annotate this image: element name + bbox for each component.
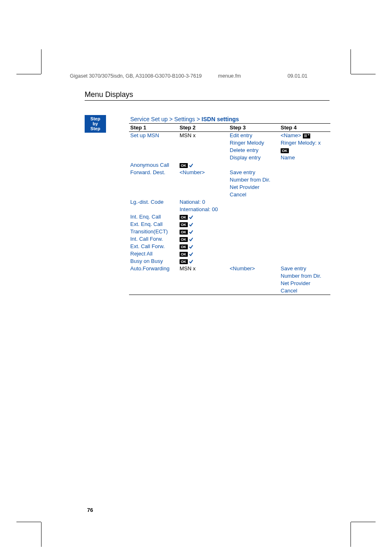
check-icon [189,259,193,264]
cell: Busy on Busy [129,258,178,265]
cell: Save entry [228,169,279,176]
ok-icon: OK [180,215,188,220]
cell: OK [178,221,228,228]
cell: Save entry [279,265,330,272]
step-tab-line3: Step [85,126,106,131]
cell: Net Provider [279,280,330,287]
table-row: Forward. Dest. <Number> Save entry [129,169,330,176]
cell: Ext. Enq. Call [129,221,178,228]
cell: Int. Enq. Call [129,213,178,221]
cell: Transition(ECT) [129,228,178,235]
cell: International: 00 [178,206,228,213]
check-icon [189,215,193,220]
phonebook-icon [303,134,310,138]
cell: Name [279,154,330,161]
table-row: Ringer Melody Ringer Melody: x [129,139,330,147]
table-row: Net Provider [129,184,330,191]
cell: OK [279,147,330,154]
cell: <Name> [279,131,330,139]
col-step2: Step 2 [178,123,228,131]
cell: Reject All [129,250,178,258]
check-icon [189,230,193,235]
crop-mark [350,49,351,74]
date: 09.01.01 [288,73,308,79]
ok-icon: OK [180,163,188,168]
ok-icon: OK [180,244,188,249]
breadcrumb-sep: > [197,116,200,122]
cell: Forward. Dest. [129,169,178,176]
ok-icon: OK [180,222,188,227]
table-row: Net Provider [129,280,330,287]
table-row: Lg.-dist. Code National: 0 [129,198,330,206]
check-icon [189,237,193,242]
crop-mark [41,522,42,547]
check-icon [189,222,193,227]
cell: Anonymous Call [129,161,178,169]
table-row: Transition(ECT) OK [129,228,330,235]
cell-text: <Name> [281,132,301,138]
cell: Int. Call Forw. [129,235,178,243]
cell: OK [178,235,228,243]
col-step1: Step 1 [129,123,178,131]
crop-mark [16,74,41,74]
cell: OK [178,161,228,169]
crop-mark [351,522,376,522]
table-row: Delete entry OK [129,147,330,154]
step-tab-line2: by [85,121,106,126]
ok-icon: OK [180,230,188,235]
page: Gigaset 3070/3075isdn, GB, A31008-G3070-… [0,0,392,555]
table-row: Auto.Forwarding MSN x <Number> Save entr… [129,265,330,272]
ok-icon: OK [180,237,188,242]
crop-mark [41,49,42,74]
section-rule [85,100,330,101]
cell: OK [178,213,228,221]
breadcrumb-c: ISDN settings [202,116,239,122]
breadcrumb-a: Service Set up [130,116,168,122]
step-tab-line1: Step [85,116,106,121]
section-title: Menu Displays [85,90,133,99]
cell: <Number> [228,265,279,272]
table-row: Number from Dir. [129,272,330,280]
cell: Display entry [228,154,279,161]
ok-icon: OK [281,148,289,153]
table-row: Reject All OK [129,250,330,258]
cell: Auto.Forwarding [129,265,178,272]
cell: Ext. Call Forw. [129,243,178,250]
table-row: Number from Dir. [129,176,330,184]
ok-icon: OK [180,252,188,257]
table-row: Ext. Call Forw. OK [129,243,330,250]
crop-mark [16,522,41,522]
cell: Delete entry [228,147,279,154]
table-row: International: 00 [129,206,330,213]
col-step3: Step 3 [228,123,279,131]
cell: Cancel [228,191,279,198]
cell: Ringer Melody: x [279,139,330,147]
col-step4: Step 4 [279,123,330,131]
cell: Cancel [279,287,330,295]
check-icon [189,163,193,168]
cell: OK [178,228,228,235]
cell: Number from Dir. [279,272,330,280]
page-number: 76 [87,507,93,513]
cell: OK [178,243,228,250]
table-row: Cancel [129,191,330,198]
menu-table: Service Set up > Settings > ISDN setting… [129,115,330,295]
breadcrumb: Service Set up > Settings > ISDN setting… [129,115,330,123]
table-row: Int. Enq. Call OK [129,213,330,221]
header-line: Gigaset 3070/3075isdn, GB, A31008-G3070-… [70,73,307,79]
table-row: Int. Call Forw. OK [129,235,330,243]
cell: MSN x [178,131,228,139]
cell: OK [178,258,228,265]
cell: Number from Dir. [228,176,279,184]
cell: Ringer Melody [228,139,279,147]
cell: Edit entry [228,131,279,139]
cell: MSN x [178,265,228,272]
check-icon [189,244,193,249]
filename: menue.fm [218,73,241,79]
table-row: Cancel [129,287,330,295]
cell: Net Provider [228,184,279,191]
ok-icon: OK [180,259,188,264]
table-row: Display entry Name [129,154,330,161]
crop-mark [350,522,351,547]
check-icon [189,252,193,257]
